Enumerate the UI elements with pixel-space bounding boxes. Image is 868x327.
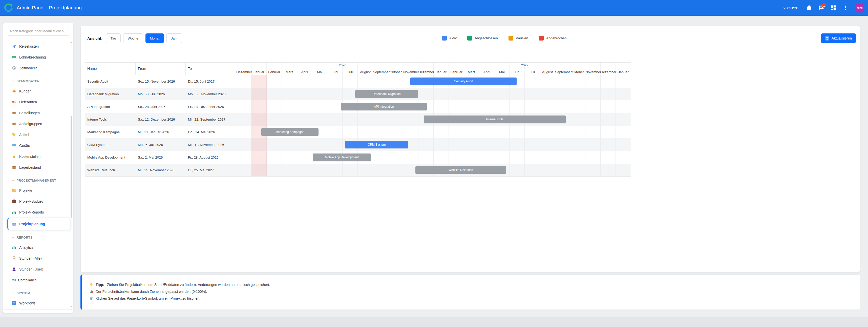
project-bar[interactable]: Marketing Kampagne — [261, 128, 318, 136]
month-label: Oktober — [570, 70, 585, 74]
sidebar-item-projekte[interactable]: Projekte — [3, 185, 73, 196]
view-button-jahr[interactable]: Jahr — [166, 33, 182, 43]
kebab-menu-button[interactable] — [843, 5, 848, 11]
gantt-row-interne-tools: Interne ToolsSa., 12. Dezember 2026Mi., … — [85, 113, 631, 126]
project-name-cell: Security Audit — [85, 75, 135, 88]
chevron-down-icon: ▼ — [12, 292, 14, 295]
package-icon — [12, 121, 16, 126]
briefcase-icon — [12, 199, 16, 203]
refresh-button[interactable]: Aktualisieren — [821, 33, 856, 43]
project-bar[interactable]: API Integration — [341, 103, 427, 110]
scroll-down-icon[interactable]: ▼ — [70, 306, 72, 308]
column-header-name: Name — [85, 62, 135, 75]
month-label: August — [358, 70, 373, 74]
legend-swatch — [467, 36, 472, 40]
sidebar-item-kunden[interactable]: Kunden — [3, 86, 73, 97]
project-name-cell: Website Relaunch — [85, 164, 135, 176]
project-to-cell: Mi., 11. November 2026 — [186, 138, 236, 151]
sidebar-item-kostenstellen[interactable]: Kostenstellen — [3, 151, 73, 162]
timeline-months: DezemberJanuarFebruarMärzAprilMaiJuniJul… — [236, 70, 631, 74]
user-avatar[interactable]: MM — [855, 3, 864, 13]
project-from-cell: Mo., 6. Juli 2026 — [135, 138, 186, 151]
sidebar-item-compliance[interactable]: CHCompliance — [3, 275, 73, 285]
timeline-header: 20262027 DezemberJanuarFebruarMärzAprilM… — [236, 62, 631, 75]
sidebar-item-projekt-budget[interactable]: Projekt-Budget — [3, 196, 73, 207]
page-footer-strip — [0, 317, 868, 327]
project-timeline-cell: Mobile App Development — [236, 151, 631, 164]
sidebar-item-reisekosten[interactable]: Reisekosten — [3, 41, 73, 52]
project-bar[interactable]: Interne Tools — [424, 115, 566, 123]
menu-section-stammdaten[interactable]: ▼STAMMDATEN — [3, 77, 73, 86]
sidebar-item-label: Reisekosten — [19, 44, 39, 48]
project-bar[interactable]: Security Audit — [410, 78, 517, 85]
sidebar-item-label: Lohnabrechnung — [19, 55, 46, 59]
sidebar-item-label: Projekte — [19, 188, 32, 192]
sidebar-item-workflows[interactable]: Workflows — [3, 298, 73, 308]
apps-grid-icon — [831, 5, 836, 11]
tips-panel: Tipp:Ziehen Sie Projektbalken, um Start-… — [81, 274, 860, 310]
banknote-icon — [12, 55, 16, 59]
view-button-monat[interactable]: Monat — [146, 33, 164, 43]
year-label: 2027 — [434, 63, 616, 67]
sidebar-scrollbar[interactable] — [70, 116, 72, 218]
gantt-row-marketing-kampagne: Marketing KampagneMi., 21. Januar 2026Do… — [85, 126, 631, 138]
menu-section-reports[interactable]: ▼REPORTS — [3, 233, 73, 242]
kebab-menu-icon — [843, 5, 848, 11]
month-label: November — [403, 70, 418, 74]
app-title: Admin Panel - Projektplanung — [17, 5, 82, 11]
project-to-cell: Fr., 18. Dezember 2026 — [186, 100, 236, 113]
month-label: Dezember — [418, 70, 434, 74]
bell-button[interactable] — [806, 5, 812, 11]
chat-button[interactable]: 1 — [818, 5, 824, 11]
module-search-input[interactable] — [7, 26, 70, 36]
project-bar[interactable]: Mobile App Development — [313, 154, 371, 161]
legend-label: Pausiert — [516, 36, 528, 40]
project-bar[interactable]: CRM System — [345, 141, 408, 148]
sidebar-item-stunden-alle[interactable]: Stunden (Alle) — [3, 253, 73, 264]
scroll-up-icon[interactable]: ▲ — [70, 41, 72, 43]
legend-item-aktiv: Aktiv — [442, 36, 457, 40]
message-badge: 1 — [822, 3, 826, 8]
view-button-tag[interactable]: Tag — [106, 33, 121, 43]
sidebar-item-bestellungen[interactable]: Bestellungen — [3, 107, 73, 118]
sidebar-item-analytics[interactable]: Analytics — [3, 242, 73, 253]
month-label: Juni — [328, 70, 343, 74]
sidebar-item-lieferanten[interactable]: Lieferanten — [3, 97, 73, 107]
clock-icon — [12, 66, 16, 70]
sidebar-item-stunden-user[interactable]: Stunden (User) — [3, 264, 73, 275]
topbar: Admin Panel - Projektplanung 20:43:28 1 … — [0, 0, 868, 16]
project-from-cell: Sa., 12. Dezember 2026 — [135, 113, 186, 126]
month-label: April — [297, 70, 312, 74]
month-label: Mai — [312, 70, 328, 74]
menu-section-projektmanagement[interactable]: ▼PROJEKTMANAGEMENT — [3, 176, 73, 185]
menu-section-label: REPORTS — [17, 236, 32, 239]
sidebar-item-lagerbestand[interactable]: Lagerbestand — [3, 162, 73, 173]
view-button-woche[interactable]: Woche — [123, 33, 143, 43]
project-timeline-cell: Marketing Kampagne — [236, 126, 631, 138]
package-icon — [12, 111, 16, 115]
sidebar-item-projekt-reports[interactable]: Projekt-Reports — [3, 207, 73, 218]
legend-swatch — [442, 36, 447, 40]
menu-section-label: STAMMDATEN — [17, 80, 39, 83]
project-bar[interactable]: Datenbank Migration — [355, 90, 418, 98]
project-bar[interactable]: Website Relaunch — [415, 166, 506, 174]
gantt-row-security-audit: Security AuditSo., 15. November 2026Di.,… — [85, 75, 631, 88]
sidebar-item-artikelgruppen[interactable]: Artikelgruppen — [3, 118, 73, 129]
month-label: Mai — [494, 70, 509, 74]
chevron-down-icon: ▼ — [12, 80, 14, 83]
sidebar-item-label: Artikel — [19, 133, 29, 137]
gantt-chart: Name From To 20262027 DezemberJanuarFebr… — [85, 62, 631, 176]
sidebar-item-label: Compliance — [18, 278, 37, 282]
bar-chart-icon — [12, 210, 16, 214]
apps-grid-button[interactable] — [831, 5, 836, 11]
sidebar-item-projektplanung[interactable]: Projektplanung — [7, 218, 70, 230]
project-from-cell: So., 28. Juni 2026 — [135, 100, 186, 113]
sidebar-item-zeitmodelle[interactable]: Zeitmodelle — [3, 62, 73, 74]
sidebar-item-artikel[interactable]: Artikel — [3, 129, 73, 140]
sidebar-item-geraete[interactable]: Geräte — [3, 140, 73, 151]
moneybag-icon — [12, 154, 16, 159]
legend-item-pausiert: Pausiert — [508, 36, 528, 40]
sidebar-menu: ReisekostenLohnabrechnungZeitmodelle▼STA… — [3, 39, 73, 310]
menu-section-system[interactable]: ▼SYSTEM — [3, 289, 73, 298]
sidebar-item-lohnabrechnung[interactable]: Lohnabrechnung — [3, 52, 73, 62]
